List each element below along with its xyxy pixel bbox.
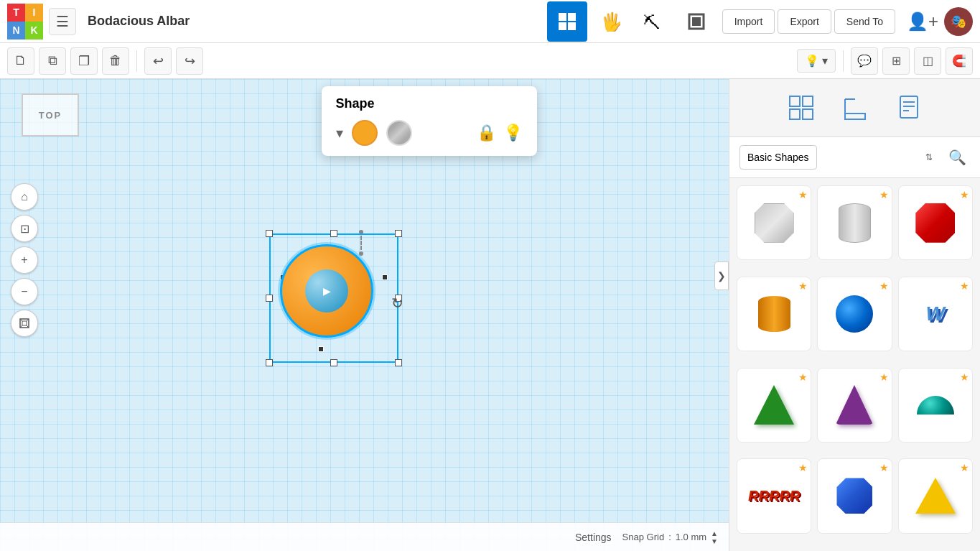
notes-icon[interactable]	[887, 86, 930, 129]
svg-rect-15	[803, 96, 813, 106]
handle-bm[interactable]	[330, 359, 337, 366]
shape-halfball-teal-3d	[915, 384, 956, 426]
redo-button[interactable]: ↪	[176, 47, 203, 75]
shape-panel-title: Shape	[336, 96, 523, 111]
svg-rect-7	[692, 17, 701, 26]
home-view-button[interactable]: ⌂	[11, 183, 38, 210]
shape-object[interactable]: ▶	[280, 244, 388, 352]
handle-tr[interactable]	[395, 230, 402, 237]
star-sphere: ★	[879, 280, 889, 292]
nav-codeblocks[interactable]: ⛏	[633, 1, 673, 42]
nav-icons: 🖐 ⛏	[547, 1, 717, 42]
shape-card-sphere[interactable]: ★	[817, 277, 892, 351]
import-button[interactable]: Import	[722, 9, 775, 34]
align-button[interactable]: ⊞	[882, 47, 910, 75]
shapes-dropdown-wrapper: Basic Shapes	[739, 145, 938, 170]
zoom-out-button[interactable]: −	[11, 278, 38, 305]
star-halfball-teal: ★	[960, 371, 969, 383]
handle-br[interactable]	[395, 359, 402, 366]
delete-button[interactable]: 🗑	[102, 47, 129, 75]
new-design-button[interactable]: 🗋	[7, 47, 34, 75]
shape-text-red-3d: RRRRR	[753, 476, 795, 517]
shape-card-pyramid-yellow[interactable]: ★	[898, 458, 973, 533]
shape-card-box-red[interactable]: ★	[898, 185, 973, 260]
shape-cylinder-gray-3d	[834, 202, 876, 244]
sim-icon	[686, 11, 706, 32]
toolbar: 🗋 ⧉ ❐ 🗑 ↩ ↪ 💡 ▾ 💬 ⊞ ◫ 🧲	[0, 43, 980, 79]
logo-k: K	[25, 22, 43, 40]
undo-button[interactable]: ↩	[144, 47, 172, 75]
handle-tm[interactable]	[330, 230, 337, 237]
nav-3d-design[interactable]	[547, 1, 587, 42]
toolbar-separator-2	[843, 50, 844, 72]
hole-color-swatch[interactable]	[386, 120, 412, 146]
duplicate-button[interactable]: ❐	[70, 47, 98, 75]
snap-grid: Snap Grid: 1.0 mm ▲▼	[622, 529, 718, 545]
export-button[interactable]: Export	[778, 9, 831, 34]
shape-card-cone-purple[interactable]: ★	[817, 368, 892, 443]
ruler-icon[interactable]	[834, 86, 877, 129]
grid-icon	[557, 11, 577, 32]
grid-view-icon[interactable]	[780, 86, 823, 129]
right-panel-icons	[729, 79, 980, 137]
rotate-handle[interactable]: ↻	[391, 295, 403, 312]
canvas-area[interactable]: TOP Shape ▾ 🔒 💡	[0, 79, 729, 551]
speech-bubble-button[interactable]: 💬	[851, 47, 878, 75]
shape-card-box[interactable]: ★	[737, 185, 811, 260]
shape-pyramid-green-3d	[753, 384, 795, 426]
shape-chevron[interactable]: ▾	[336, 124, 343, 142]
star-pyramid-green: ★	[798, 371, 808, 383]
shape-sphere-3d	[834, 293, 876, 335]
solid-color-swatch[interactable]	[352, 120, 378, 146]
shape-cylinder-orange-3d	[753, 293, 795, 335]
handle-bottom-mid[interactable]	[318, 346, 324, 352]
handle-tl[interactable]	[266, 230, 273, 237]
perspective-button[interactable]	[11, 310, 38, 337]
tinkercad-logo[interactable]: T I N K	[7, 4, 43, 40]
torus-shape[interactable]: ▶	[280, 244, 373, 338]
send-to-button[interactable]: Send To	[834, 9, 895, 34]
shape-card-text[interactable]: ★ W	[898, 277, 973, 351]
light-icon[interactable]: 💡	[503, 124, 523, 142]
shape-card-text-red[interactable]: ★ RRRRR	[737, 458, 811, 533]
nav-actions: Import Export Send To	[722, 9, 895, 34]
user-avatar[interactable]: 🎭	[944, 7, 973, 36]
shape-card-cylinder-orange[interactable]: ★	[737, 277, 811, 351]
shape-inner-icon: ▶	[323, 285, 331, 297]
svg-rect-1	[568, 13, 576, 21]
lightbulb-icon: 💡	[805, 54, 819, 68]
right-panel-collapse[interactable]: ❯	[714, 261, 729, 290]
nav-circuits[interactable]: 🖐	[590, 1, 630, 42]
star-pyramid-yellow: ★	[960, 462, 969, 473]
nav-sim[interactable]	[676, 1, 717, 42]
star-text-red: ★	[798, 462, 808, 473]
shape-card-halfball-teal[interactable]: ★	[898, 368, 973, 443]
shape-box-3d	[753, 202, 795, 244]
svg-rect-2	[559, 22, 566, 30]
right-panel: Basic Shapes 🔍 ★ ★ ★	[729, 79, 980, 551]
handle-ml[interactable]	[266, 295, 273, 302]
shape-card-cylinder-gray[interactable]: ★	[817, 185, 892, 260]
svg-rect-16	[790, 109, 800, 119]
menu-button[interactable]: ☰	[49, 8, 76, 35]
zoom-in-button[interactable]: +	[11, 246, 38, 274]
settings-button[interactable]: Settings	[575, 532, 612, 543]
app-title: Bodacious Albar	[82, 14, 541, 29]
copy-button[interactable]: ⧉	[39, 47, 66, 75]
handle-right-mid[interactable]	[382, 274, 388, 280]
mirror-button[interactable]: ◫	[914, 47, 941, 75]
add-user-icon[interactable]: 👤+	[907, 11, 938, 32]
shapes-dropdown[interactable]: Basic Shapes	[739, 145, 817, 170]
view-helpers-button[interactable]: 💡 ▾	[797, 49, 836, 73]
magnet-button[interactable]: 🧲	[946, 47, 973, 75]
lock-icon[interactable]: 🔒	[477, 124, 496, 142]
handle-bl[interactable]	[266, 359, 273, 366]
shape-card-box-blue[interactable]: ★	[817, 458, 892, 533]
snap-grid-label: Snap Grid	[622, 532, 665, 542]
settings-bar: Settings Snap Grid: 1.0 mm ▲▼	[0, 522, 729, 551]
shapes-search-button[interactable]: 🔍	[944, 144, 970, 170]
snap-grid-arrows[interactable]: ▲▼	[711, 529, 718, 545]
shape-card-pyramid-green[interactable]: ★	[737, 368, 811, 443]
fit-view-button[interactable]: ⊡	[11, 215, 38, 242]
shape-text-3d: W	[915, 293, 956, 335]
